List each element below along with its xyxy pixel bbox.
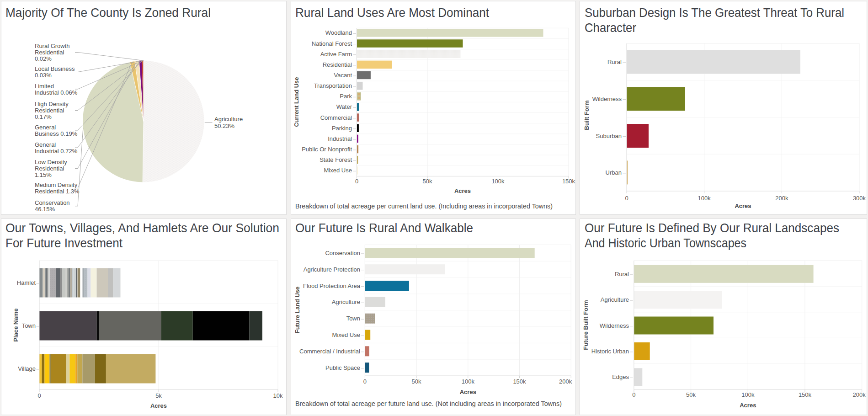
svg-text:0.17%: 0.17% <box>35 113 52 120</box>
svg-text:Commercial: Commercial <box>320 114 352 121</box>
svg-text:50.23%: 50.23% <box>214 123 235 129</box>
svg-text:Mixed Use: Mixed Use <box>332 331 360 338</box>
svg-text:Hamlet: Hamlet <box>17 279 36 286</box>
svg-text:Residential: Residential <box>35 165 64 172</box>
svg-text:0: 0 <box>37 392 41 399</box>
svg-text:Commercial / Industrial: Commercial / Industrial <box>299 348 360 355</box>
svg-text:Conservation: Conservation <box>325 250 360 256</box>
svg-text:0.02%: 0.02% <box>35 55 52 62</box>
svg-text:Acres: Acres <box>735 203 751 209</box>
svg-text:100k: 100k <box>462 378 475 385</box>
svg-text:Agriculture Protection: Agriculture Protection <box>304 266 360 273</box>
svg-text:300k: 300k <box>853 195 866 202</box>
svg-text:Public Or Nonprofit: Public Or Nonprofit <box>302 146 352 153</box>
svg-text:50k: 50k <box>412 378 421 385</box>
svg-text:100k: 100k <box>698 195 711 202</box>
svg-text:Rural Land Uses Are Most Domin: Rural Land Uses Are Most Dominant <box>295 5 489 20</box>
svg-text:State Forest: State Forest <box>320 156 352 163</box>
svg-text:Acres: Acres <box>454 187 471 194</box>
svg-text:200k: 200k <box>775 195 788 202</box>
svg-text:Acres: Acres <box>150 402 167 409</box>
svg-text:General: General <box>35 124 56 131</box>
svg-text:National Forest: National Forest <box>312 40 352 47</box>
svg-text:150k: 150k <box>799 391 812 398</box>
svg-text:Character: Character <box>585 21 636 35</box>
svg-text:100k: 100k <box>491 178 505 185</box>
svg-text:Low Density: Low Density <box>35 159 67 165</box>
svg-text:Village: Village <box>18 365 36 372</box>
svg-text:Town: Town <box>346 315 360 322</box>
svg-text:0: 0 <box>363 378 367 385</box>
svg-text:Mixed Use: Mixed Use <box>324 167 352 174</box>
svg-text:50k: 50k <box>423 178 432 185</box>
svg-text:Industrial 0.06%: Industrial 0.06% <box>35 89 78 96</box>
svg-text:Limited: Limited <box>35 83 54 90</box>
svg-text:Rural: Rural <box>607 59 622 65</box>
svg-text:Edges: Edges <box>612 373 629 380</box>
svg-text:Residential 1.3%: Residential 1.3% <box>35 188 80 195</box>
svg-text:Conservation: Conservation <box>35 199 70 206</box>
svg-text:General: General <box>35 141 56 148</box>
svg-text:Town: Town <box>22 322 36 329</box>
svg-text:Acres: Acres <box>460 389 476 395</box>
svg-text:Our Future Is Defined By Our R: Our Future Is Defined By Our Rural Lands… <box>585 221 839 235</box>
svg-text:Majority Of The County Is Zone: Majority Of The County Is Zoned Rural <box>5 5 211 20</box>
svg-text:Current Land Use: Current Land Use <box>293 77 300 127</box>
svg-text:Breakdown of total acreage per: Breakdown of total acreage per future la… <box>295 400 562 407</box>
svg-text:Parking: Parking <box>332 125 352 132</box>
svg-text:0.03%: 0.03% <box>35 72 52 79</box>
svg-text:Residential: Residential <box>35 107 64 114</box>
svg-text:0: 0 <box>625 195 628 202</box>
svg-text:Future Land Use: Future Land Use <box>294 287 301 334</box>
svg-text:Flood Protection Area: Flood Protection Area <box>303 283 361 289</box>
svg-text:Acres: Acres <box>740 402 756 409</box>
svg-text:0: 0 <box>632 391 635 398</box>
svg-text:10k: 10k <box>273 392 283 399</box>
svg-text:Water: Water <box>336 103 352 110</box>
svg-text:50k: 50k <box>686 391 696 398</box>
svg-text:Our Towns, Villages, And Hamle: Our Towns, Villages, And Hamlets Are Our… <box>5 221 279 235</box>
svg-text:Residential: Residential <box>323 61 352 68</box>
svg-text:46.15%: 46.15% <box>35 206 55 213</box>
svg-text:Place Name: Place Name <box>12 309 19 342</box>
svg-text:Residential: Residential <box>35 49 64 56</box>
svg-text:Suburban Design Is The Greates: Suburban Design Is The Greatest Threat T… <box>585 5 844 20</box>
svg-text:100k: 100k <box>741 391 755 398</box>
svg-text:150k: 150k <box>562 178 575 185</box>
svg-text:Woodland: Woodland <box>325 29 352 36</box>
svg-text:Built Form: Built Form <box>583 101 590 130</box>
svg-text:200k: 200k <box>559 378 572 385</box>
svg-text:Our Future Is Rural And Walkab: Our Future Is Rural And Walkable <box>295 221 473 235</box>
svg-text:Historic Urban: Historic Urban <box>591 348 629 355</box>
svg-text:Local Business: Local Business <box>35 65 75 72</box>
svg-text:Industrial 0.72%: Industrial 0.72% <box>35 148 78 155</box>
svg-text:Public Space: Public Space <box>325 364 360 371</box>
svg-text:Suburban: Suburban <box>596 133 622 139</box>
svg-text:Future Built Form: Future Built Form <box>582 300 589 350</box>
svg-text:150k: 150k <box>513 378 526 385</box>
svg-text:Wilderness: Wilderness <box>592 96 622 102</box>
svg-text:And Historic Urban Townscapes: And Historic Urban Townscapes <box>585 236 746 250</box>
svg-text:Wilderness: Wilderness <box>600 322 629 329</box>
svg-text:Industrial: Industrial <box>328 135 352 142</box>
svg-text:Medium Density: Medium Density <box>35 181 78 188</box>
svg-text:Agriculture: Agriculture <box>332 299 360 305</box>
svg-text:Urban: Urban <box>606 169 622 176</box>
svg-text:200k: 200k <box>852 391 866 398</box>
svg-text:5k: 5k <box>155 392 162 399</box>
svg-text:1.15%: 1.15% <box>35 171 52 178</box>
svg-text:Transportation: Transportation <box>314 82 352 89</box>
svg-text:Agriculture: Agriculture <box>601 296 629 303</box>
svg-text:High Density: High Density <box>35 101 69 107</box>
svg-text:Business 0.19%: Business 0.19% <box>35 130 78 137</box>
svg-text:Park: Park <box>340 93 352 100</box>
svg-text:For Future Investment: For Future Investment <box>5 236 122 250</box>
svg-text:0: 0 <box>355 178 358 185</box>
svg-text:Active Farm: Active Farm <box>320 51 352 58</box>
svg-text:Vacant: Vacant <box>334 72 352 79</box>
svg-text:Breakdown of total acreage per: Breakdown of total acreage per current l… <box>295 202 553 210</box>
svg-text:Rural: Rural <box>615 271 629 277</box>
svg-text:Rural Growth: Rural Growth <box>35 43 70 49</box>
svg-text:Agriculture: Agriculture <box>214 116 243 123</box>
